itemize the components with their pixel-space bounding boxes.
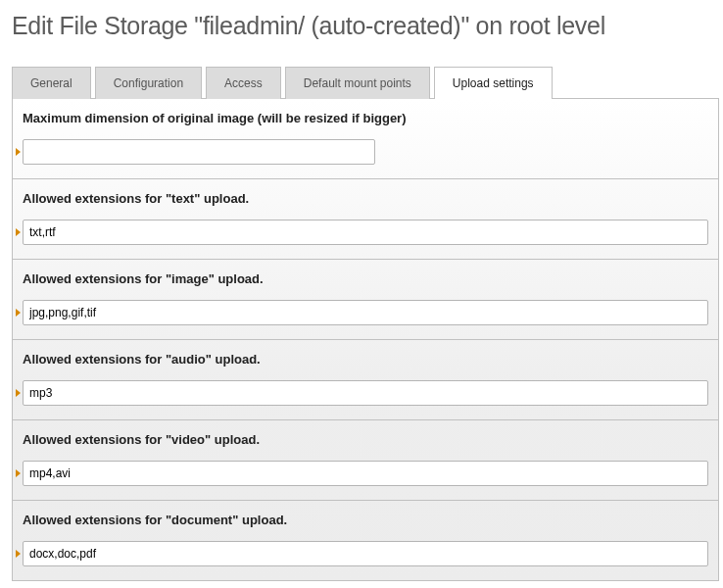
input-ext-text[interactable] <box>23 220 708 245</box>
label-ext-text: Allowed extensions for "text" upload. <box>23 191 708 206</box>
field-ext-audio: Allowed extensions for "audio" upload. <box>13 340 718 420</box>
change-marker-icon <box>16 228 21 236</box>
field-ext-text: Allowed extensions for "text" upload. <box>13 179 718 260</box>
input-ext-image[interactable] <box>23 300 708 325</box>
field-ext-document: Allowed extensions for "document" upload… <box>13 501 718 580</box>
label-ext-image: Allowed extensions for "image" upload. <box>23 271 708 286</box>
upload-settings-panel: Maximum dimension of original image (wil… <box>12 98 719 581</box>
change-marker-icon <box>16 309 21 317</box>
field-max-dimension: Maximum dimension of original image (wil… <box>13 99 718 179</box>
label-ext-audio: Allowed extensions for "audio" upload. <box>23 352 708 367</box>
change-marker-icon <box>16 550 21 558</box>
tab-general[interactable]: General <box>12 67 91 99</box>
field-ext-image: Allowed extensions for "image" upload. <box>13 260 718 340</box>
input-ext-video[interactable] <box>23 461 708 486</box>
input-ext-document[interactable] <box>23 541 708 566</box>
input-ext-audio[interactable] <box>23 380 708 406</box>
tab-bar: General Configuration Access Default mou… <box>12 66 719 98</box>
label-ext-document: Allowed extensions for "document" upload… <box>23 513 708 527</box>
change-marker-icon <box>16 389 21 397</box>
tab-access[interactable]: Access <box>206 67 281 99</box>
label-ext-video: Allowed extensions for "video" upload. <box>23 432 708 447</box>
change-marker-icon <box>16 148 21 156</box>
change-marker-icon <box>16 469 21 477</box>
field-ext-video: Allowed extensions for "video" upload. <box>13 420 718 501</box>
page-title: Edit File Storage "fileadmin/ (auto-crea… <box>12 12 719 40</box>
tab-default-mount-points[interactable]: Default mount points <box>285 67 430 99</box>
input-max-dimension[interactable] <box>23 139 375 165</box>
tab-configuration[interactable]: Configuration <box>95 67 202 99</box>
label-max-dimension: Maximum dimension of original image (wil… <box>23 111 708 125</box>
tab-upload-settings[interactable]: Upload settings <box>434 67 553 99</box>
